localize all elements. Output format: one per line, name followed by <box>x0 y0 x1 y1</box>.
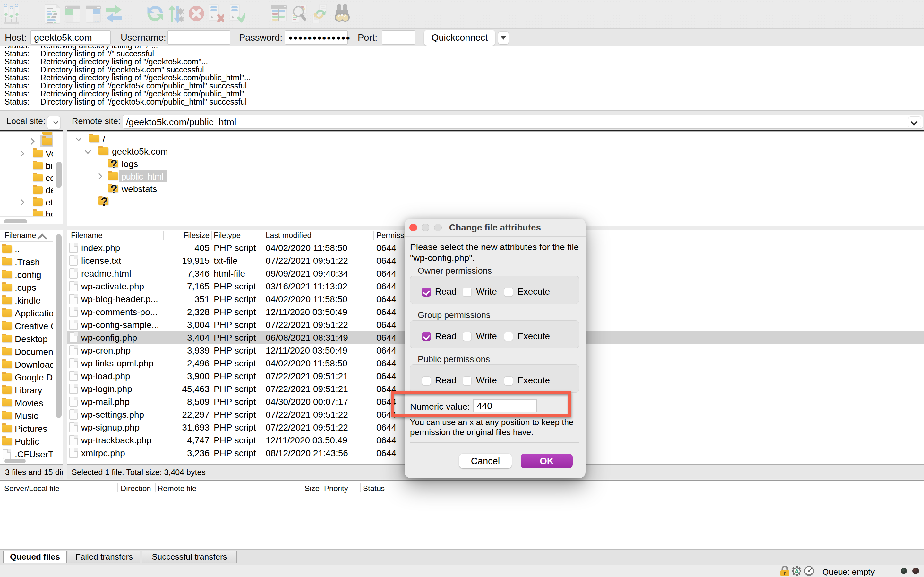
svg-text:A: A <box>795 568 799 575</box>
